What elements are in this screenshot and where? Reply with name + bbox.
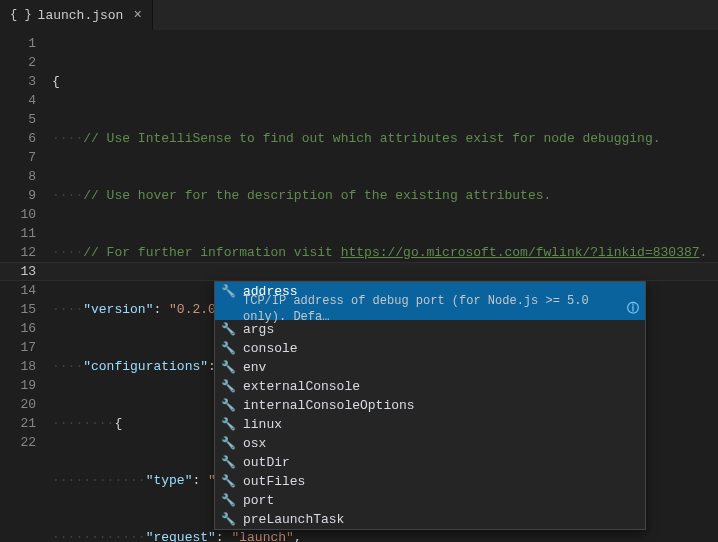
wrench-icon: 🔧 [221,417,235,432]
whitespace: ············ [52,530,146,542]
line-number: 13 [0,262,36,281]
line-number: 7 [0,148,36,167]
url-link[interactable]: https://go.microsoft.com/fwlink/?linkid=… [341,245,700,260]
close-icon[interactable]: × [133,7,141,23]
suggest-label: args [243,322,274,337]
json-key: "type" [146,473,193,488]
brace: { [52,74,60,89]
brace: { [114,416,122,431]
line-number: 19 [0,376,36,395]
suggest-item[interactable]: 🔧port [215,491,645,510]
line-number: 17 [0,338,36,357]
line-number: 2 [0,53,36,72]
editor[interactable]: 12345678910111213141516171819202122 { ··… [0,30,718,542]
info-icon[interactable]: ⓘ [627,301,639,317]
suggest-item[interactable]: 🔧externalConsole [215,377,645,396]
suggest-label: outDir [243,455,290,470]
line-number: 9 [0,186,36,205]
line-number: 12 [0,243,36,262]
line-number: 21 [0,414,36,433]
suggest-item[interactable]: 🔧osx [215,434,645,453]
wrench-icon: 🔧 [221,474,235,489]
whitespace: ···· [52,188,83,203]
wrench-icon: 🔧 [221,284,235,299]
comment: // Use hover for the description of the … [83,188,551,203]
comment: // Use IntelliSense to find out which at… [83,131,660,146]
whitespace: ···· [52,131,83,146]
suggest-item[interactable]: 🔧env [215,358,645,377]
line-number: 5 [0,110,36,129]
suggest-item[interactable]: 🔧preLaunchTask [215,510,645,529]
wrench-icon: 🔧 [221,341,235,356]
wrench-icon: 🔧 [221,455,235,470]
whitespace: ···· [52,245,83,260]
suggest-label: port [243,493,274,508]
suggest-label: env [243,360,266,375]
intellisense-popup[interactable]: 🔧addressTCP/IP address of debug port (fo… [214,281,646,530]
wrench-icon: 🔧 [221,436,235,451]
json-key: "request" [146,530,216,542]
suggest-label: internalConsoleOptions [243,398,415,413]
suggest-label: console [243,341,298,356]
line-number: 3 [0,72,36,91]
suggest-detail-text: TCP/IP address of debug port (for Node.j… [243,293,627,325]
suggest-label: osx [243,436,266,451]
wrench-icon: 🔧 [221,512,235,527]
line-number: 11 [0,224,36,243]
line-number: 20 [0,395,36,414]
whitespace: ···· [52,302,83,317]
whitespace: ···· [52,359,83,374]
json-key: "version" [83,302,153,317]
json-file-icon: { } [10,8,32,22]
line-number: 22 [0,433,36,452]
suggest-item[interactable]: 🔧outDir [215,453,645,472]
suggest-label: externalConsole [243,379,360,394]
line-number: 8 [0,167,36,186]
suggest-item[interactable]: 🔧console [215,339,645,358]
line-number: 1 [0,34,36,53]
tab-title: launch.json [38,8,124,23]
json-key: "configurations" [83,359,208,374]
whitespace: ············ [52,473,146,488]
line-number-gutter: 12345678910111213141516171819202122 [0,30,52,542]
line-number: 10 [0,205,36,224]
suggest-item-detail: TCP/IP address of debug port (for Node.j… [215,301,645,320]
line-number: 18 [0,357,36,376]
line-number: 15 [0,300,36,319]
wrench-icon: 🔧 [221,360,235,375]
tab-bar: { } launch.json × [0,0,718,30]
suggest-item[interactable]: 🔧linux [215,415,645,434]
line-number: 16 [0,319,36,338]
tab-launch-json[interactable]: { } launch.json × [0,0,153,30]
wrench-icon: 🔧 [221,398,235,413]
wrench-icon: 🔧 [221,493,235,508]
line-number: 6 [0,129,36,148]
json-string: "launch" [231,530,293,542]
suggest-item[interactable]: 🔧outFiles [215,472,645,491]
suggest-label: linux [243,417,282,432]
wrench-icon: 🔧 [221,379,235,394]
comment: . [700,245,708,260]
comment: // For further information visit [83,245,340,260]
wrench-icon: 🔧 [221,322,235,337]
suggest-item[interactable]: 🔧internalConsoleOptions [215,396,645,415]
suggest-label: outFiles [243,474,305,489]
suggest-label: preLaunchTask [243,512,344,527]
line-number: 4 [0,91,36,110]
whitespace: ········ [52,416,114,431]
line-number: 14 [0,281,36,300]
